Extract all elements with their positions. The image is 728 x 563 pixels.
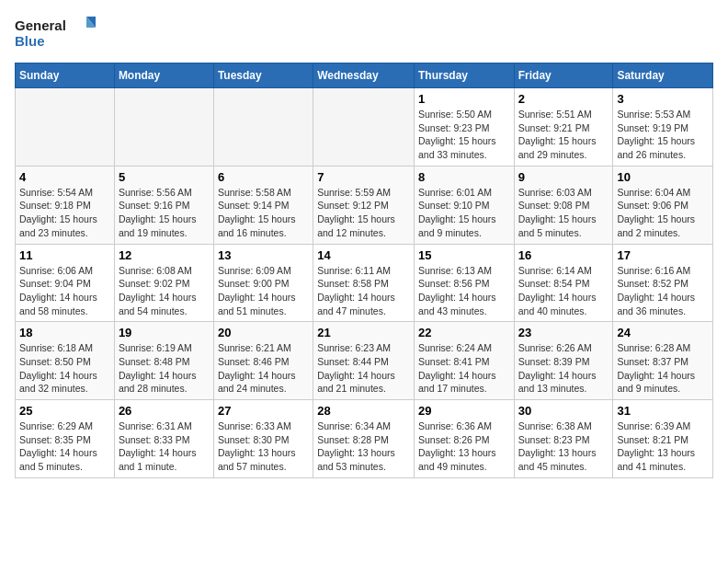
day-info: Sunrise: 6:13 AMSunset: 8:56 PMDaylight:… xyxy=(418,264,510,318)
day-number: 25 xyxy=(19,404,110,418)
day-number: 10 xyxy=(617,170,709,184)
day-info: Sunrise: 6:19 AMSunset: 8:48 PMDaylight:… xyxy=(119,341,210,396)
day-info: Sunrise: 6:08 AMSunset: 9:02 PMDaylight:… xyxy=(119,264,210,318)
calendar-week-4: 18Sunrise: 6:18 AMSunset: 8:50 PMDayligh… xyxy=(16,322,713,400)
day-info: Sunrise: 6:26 AMSunset: 8:39 PMDaylight:… xyxy=(518,341,609,396)
calendar-cell: 17Sunrise: 6:16 AMSunset: 8:52 PMDayligh… xyxy=(613,244,713,322)
calendar-cell: 11Sunrise: 6:06 AMSunset: 9:04 PMDayligh… xyxy=(16,244,115,322)
day-number: 9 xyxy=(518,170,609,184)
day-info: Sunrise: 5:53 AMSunset: 9:19 PMDaylight:… xyxy=(617,108,709,162)
day-number: 21 xyxy=(317,326,410,339)
calendar-cell: 31Sunrise: 6:39 AMSunset: 8:21 PMDayligh… xyxy=(613,400,713,478)
calendar-cell: 4Sunrise: 5:54 AMSunset: 9:18 PMDaylight… xyxy=(16,166,115,244)
calendar-cell: 26Sunrise: 6:31 AMSunset: 8:33 PMDayligh… xyxy=(114,400,213,478)
calendar-cell: 9Sunrise: 6:03 AMSunset: 9:08 PMDaylight… xyxy=(514,166,613,244)
calendar-cell: 2Sunrise: 5:51 AMSunset: 9:21 PMDaylight… xyxy=(514,88,613,167)
calendar-cell: 6Sunrise: 5:58 AMSunset: 9:14 PMDaylight… xyxy=(213,166,313,244)
calendar-cell: 13Sunrise: 6:09 AMSunset: 9:00 PMDayligh… xyxy=(213,244,313,322)
day-number: 15 xyxy=(418,248,510,262)
day-number: 3 xyxy=(617,92,709,106)
day-number: 12 xyxy=(119,248,210,262)
weekday-header-friday: Friday xyxy=(514,63,613,88)
day-info: Sunrise: 5:51 AMSunset: 9:21 PMDaylight:… xyxy=(518,108,609,162)
calendar-cell xyxy=(313,88,415,167)
weekday-header-tuesday: Tuesday xyxy=(213,63,313,88)
calendar-cell: 20Sunrise: 6:21 AMSunset: 8:46 PMDayligh… xyxy=(213,322,313,400)
weekday-header-thursday: Thursday xyxy=(414,63,514,88)
calendar-week-5: 25Sunrise: 6:29 AMSunset: 8:35 PMDayligh… xyxy=(16,400,713,478)
day-number: 28 xyxy=(317,404,410,418)
calendar-cell: 1Sunrise: 5:50 AMSunset: 9:23 PMDaylight… xyxy=(414,88,514,167)
day-number: 1 xyxy=(418,92,510,106)
calendar-cell: 5Sunrise: 5:56 AMSunset: 9:16 PMDaylight… xyxy=(114,166,213,244)
day-number: 26 xyxy=(119,404,210,418)
day-info: Sunrise: 6:38 AMSunset: 8:23 PMDaylight:… xyxy=(518,419,609,474)
day-info: Sunrise: 6:21 AMSunset: 8:46 PMDaylight:… xyxy=(218,341,309,396)
calendar-cell: 14Sunrise: 6:11 AMSunset: 8:58 PMDayligh… xyxy=(313,244,415,322)
day-info: Sunrise: 6:33 AMSunset: 8:30 PMDaylight:… xyxy=(218,419,309,474)
day-info: Sunrise: 5:50 AMSunset: 9:23 PMDaylight:… xyxy=(418,108,510,162)
day-number: 20 xyxy=(218,326,309,339)
calendar-cell: 3Sunrise: 5:53 AMSunset: 9:19 PMDaylight… xyxy=(613,88,713,167)
day-info: Sunrise: 6:36 AMSunset: 8:26 PMDaylight:… xyxy=(418,419,510,474)
calendar-cell: 15Sunrise: 6:13 AMSunset: 8:56 PMDayligh… xyxy=(414,244,514,322)
day-number: 4 xyxy=(19,170,110,184)
calendar-header: SundayMondayTuesdayWednesdayThursdayFrid… xyxy=(16,63,713,88)
calendar-cell: 19Sunrise: 6:19 AMSunset: 8:48 PMDayligh… xyxy=(114,322,213,400)
logo-svg: General Blue xyxy=(15,15,97,52)
day-info: Sunrise: 6:18 AMSunset: 8:50 PMDaylight:… xyxy=(19,341,110,396)
day-number: 18 xyxy=(19,326,110,339)
day-number: 5 xyxy=(119,170,210,184)
day-info: Sunrise: 5:58 AMSunset: 9:14 PMDaylight:… xyxy=(218,186,309,240)
day-number: 17 xyxy=(617,248,709,262)
weekday-header-row: SundayMondayTuesdayWednesdayThursdayFrid… xyxy=(16,63,713,88)
day-number: 7 xyxy=(317,170,410,184)
day-number: 19 xyxy=(119,326,210,339)
calendar-cell: 10Sunrise: 6:04 AMSunset: 9:06 PMDayligh… xyxy=(613,166,713,244)
calendar-week-1: 1Sunrise: 5:50 AMSunset: 9:23 PMDaylight… xyxy=(16,88,713,167)
weekday-header-sunday: Sunday xyxy=(16,63,115,88)
calendar-cell xyxy=(213,88,313,167)
day-number: 23 xyxy=(518,326,609,339)
day-info: Sunrise: 6:04 AMSunset: 9:06 PMDaylight:… xyxy=(617,186,709,240)
day-number: 29 xyxy=(418,404,510,418)
calendar-week-3: 11Sunrise: 6:06 AMSunset: 9:04 PMDayligh… xyxy=(16,244,713,322)
day-info: Sunrise: 6:34 AMSunset: 8:28 PMDaylight:… xyxy=(317,419,410,474)
day-info: Sunrise: 6:28 AMSunset: 8:37 PMDaylight:… xyxy=(617,341,709,396)
day-number: 16 xyxy=(518,248,609,262)
day-number: 22 xyxy=(418,326,510,339)
day-number: 30 xyxy=(518,404,609,418)
weekday-header-saturday: Saturday xyxy=(613,63,713,88)
calendar-cell: 30Sunrise: 6:38 AMSunset: 8:23 PMDayligh… xyxy=(514,400,613,478)
day-number: 31 xyxy=(617,404,709,418)
weekday-header-monday: Monday xyxy=(114,63,213,88)
day-info: Sunrise: 6:14 AMSunset: 8:54 PMDaylight:… xyxy=(518,264,609,318)
day-info: Sunrise: 6:01 AMSunset: 9:10 PMDaylight:… xyxy=(418,186,510,240)
day-info: Sunrise: 6:16 AMSunset: 8:52 PMDaylight:… xyxy=(617,264,709,318)
calendar-cell: 24Sunrise: 6:28 AMSunset: 8:37 PMDayligh… xyxy=(613,322,713,400)
day-info: Sunrise: 6:39 AMSunset: 8:21 PMDaylight:… xyxy=(617,419,709,474)
calendar-cell xyxy=(114,88,213,167)
calendar-table: SundayMondayTuesdayWednesdayThursdayFrid… xyxy=(15,63,713,478)
day-number: 2 xyxy=(518,92,609,106)
calendar-cell: 22Sunrise: 6:24 AMSunset: 8:41 PMDayligh… xyxy=(414,322,514,400)
calendar-cell: 29Sunrise: 6:36 AMSunset: 8:26 PMDayligh… xyxy=(414,400,514,478)
calendar-cell: 16Sunrise: 6:14 AMSunset: 8:54 PMDayligh… xyxy=(514,244,613,322)
day-number: 11 xyxy=(19,248,110,262)
day-number: 8 xyxy=(418,170,510,184)
day-info: Sunrise: 6:09 AMSunset: 9:00 PMDaylight:… xyxy=(218,264,309,318)
day-info: Sunrise: 6:23 AMSunset: 8:44 PMDaylight:… xyxy=(317,341,410,396)
calendar-cell: 28Sunrise: 6:34 AMSunset: 8:28 PMDayligh… xyxy=(313,400,415,478)
day-info: Sunrise: 5:59 AMSunset: 9:12 PMDaylight:… xyxy=(317,186,410,240)
calendar-cell: 25Sunrise: 6:29 AMSunset: 8:35 PMDayligh… xyxy=(16,400,115,478)
day-number: 24 xyxy=(617,326,709,339)
day-number: 14 xyxy=(317,248,410,262)
day-info: Sunrise: 5:54 AMSunset: 9:18 PMDaylight:… xyxy=(19,186,110,240)
weekday-header-wednesday: Wednesday xyxy=(313,63,415,88)
calendar-week-2: 4Sunrise: 5:54 AMSunset: 9:18 PMDaylight… xyxy=(16,166,713,244)
day-number: 6 xyxy=(218,170,309,184)
day-info: Sunrise: 6:31 AMSunset: 8:33 PMDaylight:… xyxy=(119,419,210,474)
day-info: Sunrise: 5:56 AMSunset: 9:16 PMDaylight:… xyxy=(119,186,210,240)
day-info: Sunrise: 6:29 AMSunset: 8:35 PMDaylight:… xyxy=(19,419,110,474)
calendar-cell: 12Sunrise: 6:08 AMSunset: 9:02 PMDayligh… xyxy=(114,244,213,322)
